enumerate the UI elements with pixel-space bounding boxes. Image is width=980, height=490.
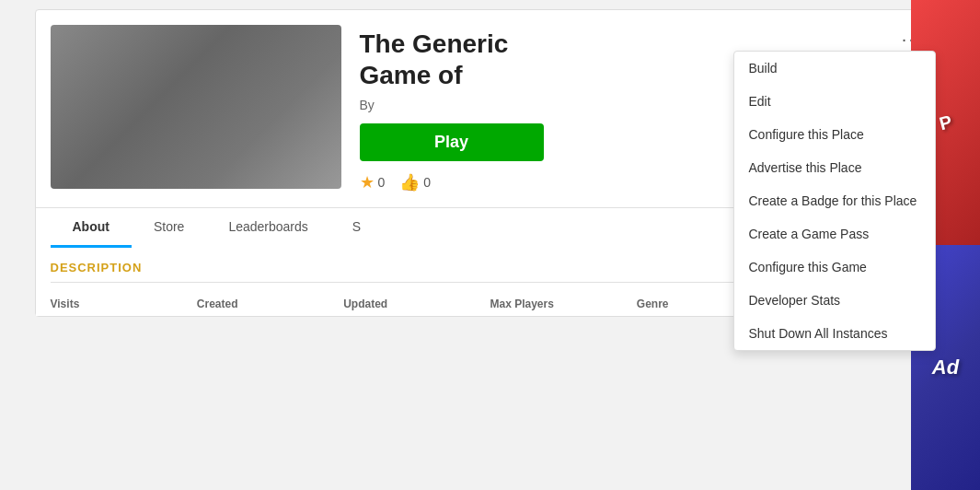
thumbs-up-icon: 👍 <box>399 172 420 192</box>
stars-count: 0 <box>378 175 386 190</box>
dropdown-menu: BuildEditConfigure this PlaceAdvertise t… <box>733 51 936 351</box>
right-bottom-label: Ad <box>932 356 959 379</box>
tab-store[interactable]: Store <box>132 208 206 248</box>
game-page-container: The Generic Game of By Play ★ 0 👍 0 <box>35 9 946 317</box>
play-button[interactable]: Play <box>360 123 544 161</box>
stats-col-created: Created <box>197 298 343 310</box>
game-header: The Generic Game of By Play ★ 0 👍 0 <box>36 10 945 207</box>
dropdown-item-configure-game[interactable]: Configure this Game <box>734 251 935 284</box>
tab-about[interactable]: About <box>51 208 132 248</box>
dropdown-item-edit[interactable]: Edit <box>734 85 935 118</box>
stats-col-visits: Visits <box>51 298 197 310</box>
tab-s[interactable]: S <box>330 208 383 248</box>
right-top-label: P <box>937 111 954 134</box>
dropdown-item-advertise-place[interactable]: Advertise this Place <box>734 151 935 184</box>
dropdown-item-create-badge[interactable]: Create a Badge for this Place <box>734 184 935 217</box>
star-icon: ★ <box>360 172 375 192</box>
dropdown-item-create-game-pass[interactable]: Create a Game Pass <box>734 217 935 251</box>
tab-leaderboards[interactable]: Leaderboards <box>206 208 329 248</box>
game-thumbnail <box>51 25 341 189</box>
star-rating: ★ 0 <box>360 172 386 192</box>
thumbs-count: 0 <box>423 175 431 190</box>
dropdown-item-developer-stats[interactable]: Developer Stats <box>734 284 935 317</box>
stats-col-max-players: Max Players <box>490 298 636 310</box>
thumbs-rating: 👍 0 <box>399 172 431 192</box>
dropdown-item-build[interactable]: Build <box>734 52 935 85</box>
stats-col-updated: Updated <box>343 298 490 310</box>
dropdown-item-configure-place[interactable]: Configure this Place <box>734 118 935 151</box>
dropdown-item-shut-down[interactable]: Shut Down All Instances <box>734 317 935 350</box>
